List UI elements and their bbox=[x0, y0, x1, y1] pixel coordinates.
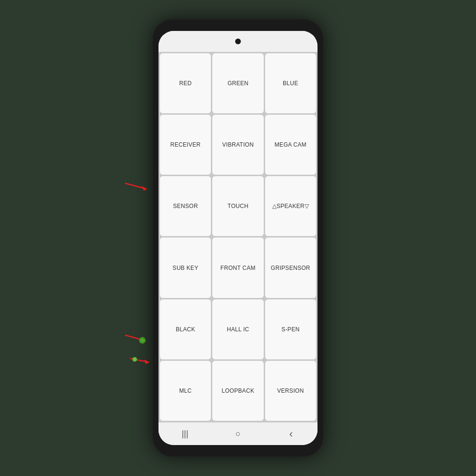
svg-line-0 bbox=[125, 183, 147, 189]
cell-label-s-pen: S-PEN bbox=[279, 324, 301, 335]
grid-cell-sensor[interactable]: SENSOR bbox=[160, 176, 211, 236]
grid-cell-version[interactable]: VERSION bbox=[265, 361, 316, 421]
svg-line-4 bbox=[130, 358, 149, 362]
grid-cell-red[interactable]: RED bbox=[160, 53, 211, 113]
cell-label-speaker: △SPEAKER▽ bbox=[270, 201, 311, 211]
back-button[interactable]: ‹ bbox=[281, 425, 300, 444]
cell-label-front-cam: FRONT CAM bbox=[218, 263, 258, 273]
cell-label-touch: TOUCH bbox=[226, 201, 250, 211]
front-camera-dot bbox=[235, 39, 241, 44]
red-arrow-3 bbox=[128, 355, 154, 367]
cell-label-hall-ic: HALL IC bbox=[225, 324, 251, 335]
cell-label-loopback: LOOPBACK bbox=[220, 386, 256, 396]
grid-cell-black[interactable]: BLACK bbox=[160, 299, 211, 359]
grid-cell-s-pen[interactable]: S-PEN bbox=[265, 299, 316, 359]
red-arrow-1 bbox=[123, 178, 151, 193]
cell-label-version: VERSION bbox=[275, 386, 306, 396]
cell-label-gripsensor: GRIPSENSOR bbox=[269, 263, 312, 273]
grid-cell-loopback[interactable]: LOOPBACK bbox=[212, 361, 263, 421]
grid-cell-front-cam[interactable]: FRONT CAM bbox=[212, 238, 263, 298]
diagnostic-grid: REDGREENBLUERECEIVERVIBRATIONMEGA CAMSEN… bbox=[159, 52, 317, 422]
grid-cell-vibration[interactable]: VIBRATION bbox=[212, 115, 263, 175]
grid-cell-mlc[interactable]: MLC bbox=[160, 361, 211, 421]
cell-label-black: BLACK bbox=[174, 324, 197, 335]
grid-cell-touch[interactable]: TOUCH bbox=[212, 176, 263, 236]
svg-line-2 bbox=[125, 335, 146, 341]
cell-label-mega-cam: MEGA CAM bbox=[273, 139, 308, 150]
grid-cell-green[interactable]: GREEN bbox=[212, 53, 263, 113]
svg-marker-5 bbox=[144, 359, 149, 364]
grid-cell-blue[interactable]: BLUE bbox=[265, 53, 316, 113]
cell-label-red: RED bbox=[178, 78, 194, 89]
grid-cell-hall-ic[interactable]: HALL IC bbox=[212, 299, 263, 359]
grid-cell-speaker[interactable]: △SPEAKER▽ bbox=[265, 176, 316, 236]
grid-cell-sub-key[interactable]: SUB KEY bbox=[160, 238, 211, 298]
cell-label-sensor: SENSOR bbox=[171, 201, 199, 211]
home-button[interactable]: ○ bbox=[228, 425, 248, 444]
phone-wrapper: REDGREENBLUERECEIVERVIBRATIONMEGA CAMSEN… bbox=[152, 19, 324, 457]
cell-label-receiver: RECEIVER bbox=[169, 139, 203, 150]
cell-label-green: GREEN bbox=[226, 78, 250, 89]
green-dot-1 bbox=[139, 337, 146, 344]
cell-label-mlc: MLC bbox=[178, 386, 194, 396]
recent-apps-button[interactable]: ||| bbox=[176, 425, 195, 444]
grid-cell-gripsensor[interactable]: GRIPSENSOR bbox=[265, 238, 316, 298]
grid-cell-mega-cam[interactable]: MEGA CAM bbox=[265, 115, 316, 175]
svg-marker-3 bbox=[141, 338, 146, 343]
phone-screen: REDGREENBLUERECEIVERVIBRATIONMEGA CAMSEN… bbox=[159, 31, 317, 445]
green-dot-2 bbox=[132, 357, 137, 362]
grid-cell-receiver[interactable]: RECEIVER bbox=[160, 115, 211, 175]
phone-outer: REDGREENBLUERECEIVERVIBRATIONMEGA CAMSEN… bbox=[152, 19, 324, 457]
cell-label-vibration: VIBRATION bbox=[220, 139, 256, 150]
svg-marker-1 bbox=[142, 186, 147, 191]
navigation-bar: ||| ○ ‹ bbox=[159, 422, 317, 445]
red-arrow-2 bbox=[123, 331, 151, 346]
cell-label-sub-key: SUB KEY bbox=[171, 263, 200, 273]
cell-label-blue: BLUE bbox=[281, 78, 300, 89]
top-bar bbox=[159, 31, 317, 52]
